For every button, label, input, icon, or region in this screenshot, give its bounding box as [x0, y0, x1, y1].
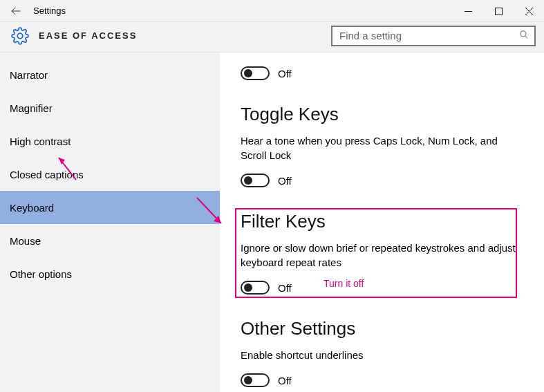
toggle-keys-desc: Hear a tone when you press Caps Lock, Nu… [241, 133, 526, 162]
toggle-keys-state-label: Off [278, 175, 292, 187]
search-input[interactable] [338, 29, 519, 42]
filter-keys-switch[interactable] [241, 281, 270, 295]
sidebar-item-magnifier[interactable]: Magnifier [0, 91, 220, 124]
toggle-state-label: Off [278, 68, 292, 80]
content-pane: Off Toggle Keys Hear a tone when you pre… [220, 53, 544, 392]
minimize-icon [465, 8, 472, 15]
close-icon [525, 8, 533, 15]
annotation-text: Turn it off [323, 278, 364, 289]
sidebar-item-closed-captions[interactable]: Closed captions [0, 158, 220, 191]
sidebar-item-mouse[interactable]: Mouse [0, 224, 220, 257]
heading-toggle-keys: Toggle Keys [241, 104, 526, 125]
window-controls [453, 0, 544, 22]
sidebar-item-high-contrast[interactable]: High contrast [0, 124, 220, 158]
sidebar-item-label: High contrast [10, 136, 71, 147]
sidebar-item-label: Closed captions [10, 169, 84, 180]
search-box[interactable] [331, 26, 536, 46]
close-button[interactable] [514, 0, 544, 22]
filter-keys-desc: Ignore or slow down brief or repeated ke… [241, 241, 526, 270]
back-arrow-icon [10, 5, 22, 17]
other-settings-desc: Enable shortcut underlines [241, 348, 526, 362]
svg-line-5 [525, 36, 528, 39]
toggle-row-other-settings: Off [241, 371, 526, 390]
toggle-row: Off [241, 64, 526, 83]
search-icon [519, 30, 529, 41]
maximize-icon [495, 8, 503, 15]
toggle-switch[interactable] [241, 66, 270, 80]
sidebar-item-label: Mouse [10, 235, 41, 247]
gear-icon [11, 27, 29, 45]
back-button[interactable] [0, 0, 32, 22]
window-title: Settings [32, 6, 66, 16]
shortcut-underlines-switch[interactable] [241, 373, 270, 387]
toggle-row-toggle-keys: Off [241, 171, 526, 190]
svg-rect-1 [495, 8, 502, 15]
maximize-button[interactable] [483, 0, 514, 22]
header-bar: EASE OF ACCESS [0, 22, 544, 53]
sidebar-item-label: Other options [10, 268, 72, 280]
toggle-row-filter-keys: Off Turn it off [241, 278, 526, 297]
heading-other-settings: Other Settings [241, 318, 526, 339]
svg-point-4 [520, 31, 526, 37]
sidebar-item-keyboard[interactable]: Keyboard [0, 191, 220, 224]
filter-keys-state-label: Off [278, 282, 292, 294]
heading-filter-keys: Filter Keys [241, 211, 526, 232]
shortcut-underlines-state-label: Off [278, 375, 292, 386]
sidebar: Narrator Magnifier High contrast Closed … [0, 53, 220, 392]
minimize-button[interactable] [453, 0, 483, 22]
section-title: EASE OF ACCESS [39, 30, 137, 41]
title-bar: Settings [0, 0, 544, 22]
sidebar-item-other-options[interactable]: Other options [0, 257, 220, 290]
sidebar-item-label: Narrator [10, 69, 48, 81]
toggle-keys-switch[interactable] [241, 174, 270, 187]
sidebar-item-label: Keyboard [10, 202, 54, 214]
sidebar-item-label: Magnifier [10, 102, 53, 114]
sidebar-item-narrator[interactable]: Narrator [0, 58, 220, 91]
